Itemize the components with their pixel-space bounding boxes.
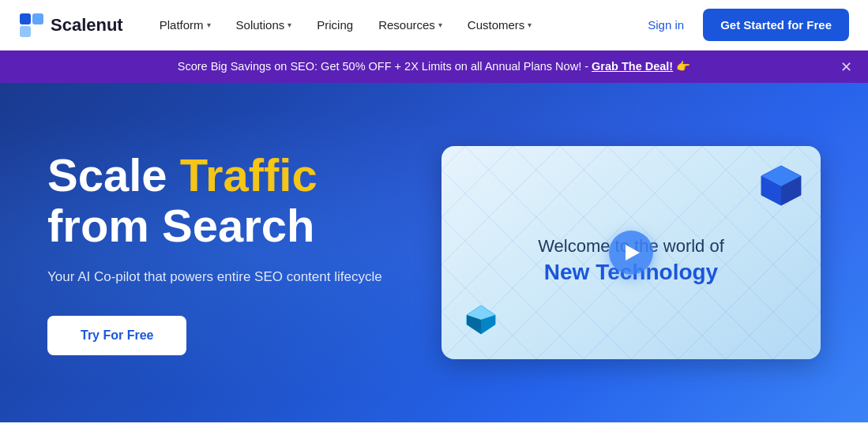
- hero-subtext: Your AI Co-pilot that powers entire SEO …: [47, 267, 394, 287]
- nav-item-platform[interactable]: Platform ▾: [148, 12, 222, 38]
- play-button-wrapper[interactable]: [609, 231, 653, 275]
- svg-rect-1: [32, 13, 43, 24]
- video-thumbnail[interactable]: Welcome to the world of New Technology: [442, 146, 821, 359]
- hero-right: Welcome to the world of New Technology: [442, 146, 821, 359]
- hero-left: Scale Traffic from Search Your AI Co-pil…: [47, 150, 394, 354]
- chevron-down-icon: ▾: [287, 21, 291, 29]
- nav-item-resources[interactable]: Resources ▾: [367, 12, 453, 38]
- promo-deal-link[interactable]: Grab The Deal!: [592, 60, 673, 73]
- try-for-free-button[interactable]: Try For Free: [47, 316, 186, 355]
- svg-rect-0: [20, 13, 31, 24]
- navbar: Scalenut Platform ▾ Solutions ▾ Pricing …: [0, 0, 868, 51]
- signin-button[interactable]: Sign in: [638, 12, 693, 38]
- play-button[interactable]: [609, 231, 653, 275]
- get-started-button[interactable]: Get Started for Free: [703, 9, 849, 41]
- chevron-down-icon: ▾: [528, 21, 532, 29]
- nav-links: Platform ▾ Solutions ▾ Pricing Resources…: [148, 12, 639, 38]
- logo-icon: [19, 13, 44, 38]
- logo-text: Scalenut: [51, 15, 123, 36]
- cube-decoration: [757, 162, 805, 209]
- play-icon: [626, 245, 640, 261]
- nav-actions: Sign in Get Started for Free: [638, 9, 849, 41]
- hero-heading: Scale Traffic from Search: [47, 150, 394, 251]
- chevron-down-icon: ▾: [438, 21, 442, 29]
- close-banner-button[interactable]: ✕: [840, 58, 852, 76]
- nav-item-customers[interactable]: Customers ▾: [457, 12, 543, 38]
- promo-banner: Score Big Savings on SEO: Get 50% OFF + …: [0, 51, 868, 83]
- svg-rect-2: [20, 26, 31, 37]
- chevron-down-icon: ▾: [207, 21, 211, 29]
- nav-item-solutions[interactable]: Solutions ▾: [225, 12, 303, 38]
- promo-text: Score Big Savings on SEO: Get 50% OFF + …: [178, 60, 690, 73]
- hero-section: Scale Traffic from Search Your AI Co-pil…: [0, 83, 868, 422]
- nav-item-pricing[interactable]: Pricing: [306, 12, 364, 38]
- gem-decoration: [465, 304, 497, 336]
- logo[interactable]: Scalenut: [19, 13, 123, 38]
